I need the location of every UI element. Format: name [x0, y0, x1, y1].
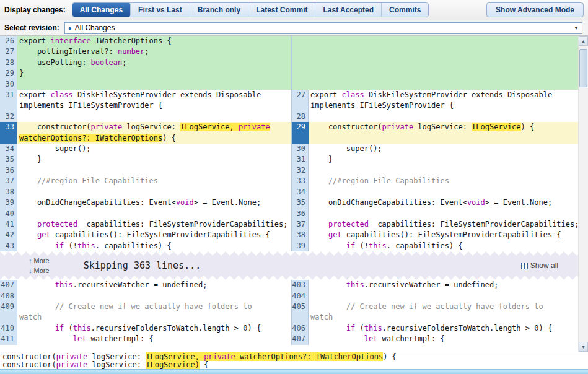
left-code-line[interactable]: [17, 111, 291, 122]
left-code-line[interactable]: //#region File Capabilities: [17, 176, 291, 186]
right-code-line[interactable]: //#region File Capabilities: [309, 176, 578, 186]
code-token: private: [91, 123, 123, 131]
left-code-line[interactable]: [17, 291, 291, 302]
left-code-line[interactable]: implements IFileSystemProvider {: [17, 100, 291, 111]
left-code-line[interactable]: usePolling: boolean;: [17, 58, 291, 68]
diff-row: 28 usePolling: boolean;: [0, 58, 578, 68]
diff-highlight: ILogService,: [146, 352, 204, 361]
code-token: protected: [37, 220, 77, 228]
revision-dot-icon: ●: [68, 25, 72, 32]
scroll-up-button[interactable]: ▲: [579, 36, 588, 46]
vertical-scrollbar[interactable]: ▲ ▼: [578, 36, 588, 352]
code-token: [310, 280, 346, 289]
scroll-down-button[interactable]: ▼: [579, 342, 588, 352]
diff-row: 411 let watcherImpl: {407 let watcherImp…: [0, 334, 578, 344]
left-code-line[interactable]: super();: [17, 144, 291, 154]
right-code-line[interactable]: this.recursiveWatcher = undefined;: [309, 280, 578, 290]
right-code-line[interactable]: implements IFileSystemProvider {: [309, 100, 578, 111]
diff-highlight: watcherOptions?: IWatcherOptions: [19, 134, 162, 142]
right-code-line[interactable]: onDidChangeCapabilities: Event<void> = E…: [309, 198, 578, 208]
left-code-line[interactable]: pollingInterval?: number;: [17, 46, 291, 57]
right-code-line[interactable]: constructor(private logService: ILogServ…: [309, 122, 578, 133]
show-all-link[interactable]: Show all: [521, 261, 558, 270]
left-code-line[interactable]: protected _capabilities: FileSystemProvi…: [17, 219, 291, 230]
tab-commits[interactable]: Commits: [382, 3, 428, 17]
scrollbar-thumb[interactable]: [579, 49, 587, 87]
scrollbar-track[interactable]: [579, 46, 588, 342]
diff-row: 43 if (!this._capabilities) {39 if (!thi…: [0, 241, 578, 251]
right-code-line[interactable]: export class DiskFileSystemProvider exte…: [309, 90, 578, 100]
left-code-line[interactable]: constructor(private logService: ILogServ…: [17, 122, 291, 133]
tab-latest-commit[interactable]: Latest Commit: [248, 3, 315, 17]
diff-row: watcherOptions?: IWatcherOptions) {: [0, 133, 578, 144]
expand-down-link[interactable]: ↓ More: [29, 267, 50, 274]
revision-select[interactable]: ● All Changes ▼: [64, 22, 582, 34]
right-code-line[interactable]: [309, 79, 578, 90]
code-token: .recursiveFoldersToWatch.length > 0) {: [382, 324, 553, 333]
diff-row: 408404: [0, 291, 578, 302]
right-code-line[interactable]: [309, 187, 578, 198]
changed-line-preview-panel: constructor(private logService: ILogServ…: [0, 352, 588, 369]
left-line-number: 39: [0, 198, 17, 208]
right-code-line[interactable]: [309, 165, 578, 176]
left-code-line[interactable]: [17, 209, 291, 219]
left-code-line[interactable]: [17, 165, 291, 176]
left-code-line[interactable]: [17, 79, 291, 90]
left-code-line[interactable]: onDidChangeCapabilities: Event<void> = E…: [17, 198, 291, 208]
right-code-line[interactable]: [309, 46, 578, 57]
tab-branch-only[interactable]: Branch only: [190, 3, 248, 17]
code-token: export: [19, 37, 51, 45]
tab-last-accepted[interactable]: Last Accepted: [315, 3, 382, 17]
left-code-line[interactable]: get capabilities(): FileSystemProviderCa…: [17, 230, 291, 240]
left-code-line[interactable]: export class DiskFileSystemProvider exte…: [17, 90, 291, 100]
tab-first-vs-last[interactable]: First vs Last: [131, 3, 190, 17]
left-line-number: 35: [0, 154, 17, 165]
right-line-number: [291, 79, 309, 90]
code-token: this: [77, 241, 95, 250]
right-code-line[interactable]: watch: [309, 312, 578, 323]
right-code-line[interactable]: [309, 133, 578, 144]
right-code-line[interactable]: if (!this._capabilities) {: [309, 241, 578, 251]
right-code-line[interactable]: protected _capabilities: FileSystemProvi…: [309, 219, 578, 230]
code-token: logService:: [87, 352, 146, 361]
code-token: ._capabilities) {: [387, 241, 463, 250]
right-code-line[interactable]: super();: [309, 144, 578, 154]
right-code-line[interactable]: [309, 291, 578, 302]
right-code-line[interactable]: let watcherImpl: {: [309, 334, 578, 344]
right-code-line[interactable]: }: [309, 154, 578, 165]
left-line-number: 33: [0, 122, 17, 133]
code-review-window: Display changes: All ChangesFirst vs Las…: [0, 0, 588, 374]
left-code-line[interactable]: this.recursiveWatcher = undefined;: [17, 280, 291, 290]
right-code-line[interactable]: [309, 68, 578, 79]
left-line-number: 411: [0, 334, 17, 344]
left-code-line[interactable]: watcherOptions?: IWatcherOptions) {: [17, 133, 291, 144]
left-code-line[interactable]: }: [17, 68, 291, 79]
code-token: if: [55, 241, 64, 250]
right-code-line[interactable]: [309, 111, 578, 122]
code-token: implements IFileSystemProvider {: [310, 101, 454, 110]
right-code-line[interactable]: [309, 36, 578, 46]
left-line-number: 32: [0, 111, 17, 122]
left-code-line[interactable]: }: [17, 154, 291, 165]
left-code-line[interactable]: [17, 187, 291, 198]
left-code-line[interactable]: export interface IWatcherOptions {: [17, 36, 291, 46]
right-code-line[interactable]: [309, 58, 578, 68]
left-code-line[interactable]: let watcherImpl: {: [17, 334, 291, 344]
left-code-line[interactable]: watch: [17, 312, 291, 323]
show-advanced-mode-button[interactable]: Show Advanced Mode: [486, 2, 584, 17]
right-line-number: [291, 36, 309, 46]
right-code-line[interactable]: [309, 209, 578, 219]
code-token: if: [346, 324, 355, 333]
left-code-line[interactable]: // Create new if we actually have folder…: [17, 302, 291, 312]
expand-up-link[interactable]: ↑ More: [29, 257, 50, 264]
left-code-line[interactable]: if (this.recursiveFoldersToWatch.length …: [17, 323, 291, 334]
left-code-line[interactable]: if (!this._capabilities) {: [17, 241, 291, 251]
right-code-line[interactable]: if (this.recursiveFoldersToWatch.length …: [309, 323, 578, 334]
right-code-line[interactable]: get capabilities(): FileSystemProviderCa…: [309, 230, 578, 240]
code-token: private: [382, 123, 414, 131]
code-token: export: [310, 90, 342, 99]
right-line-number: [291, 312, 309, 323]
tab-all-changes[interactable]: All Changes: [72, 3, 131, 17]
code-token: constructor(: [310, 123, 382, 131]
right-code-line[interactable]: // Create new if we actually have folder…: [309, 302, 578, 312]
